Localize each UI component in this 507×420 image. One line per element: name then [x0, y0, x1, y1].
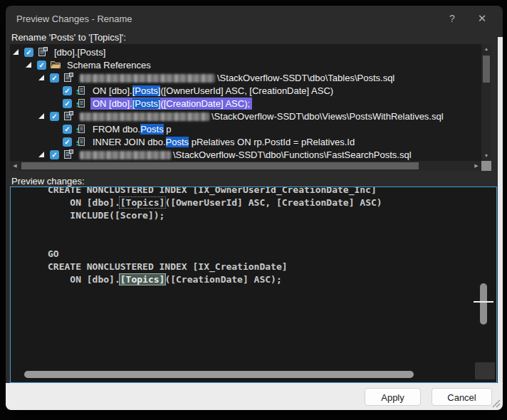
label-text: FROM dbo. — [93, 124, 140, 135]
code-line: ON [dbo].[Topics]([OwnerUserId] ASC, [Cr… — [48, 196, 382, 209]
tree-horizontal-scrollbar[interactable]: ◀ ▶ — [10, 161, 481, 171]
tree-row-label: [dbo].[Posts] — [52, 46, 108, 58]
label-text: Schema References — [67, 60, 151, 70]
reference-icon — [75, 85, 88, 96]
label-text: ON [dbo]. — [93, 98, 132, 109]
tree-row[interactable]: ✓\StackOverflow-SSDT\dbo\Views\PostsWith… — [10, 110, 481, 122]
sql-file-icon — [63, 149, 75, 160]
tree-row[interactable]: ✓INNER JOIN dbo.Posts pRelatives ON rp.P… — [10, 135, 481, 148]
label-text: pRelatives ON rp.PostId = pRelatives.Id — [189, 137, 355, 147]
tree-row[interactable]: ✓[dbo].[Posts] — [10, 46, 481, 58]
cancel-button[interactable]: Cancel — [432, 388, 492, 406]
code-line: INCLUDE([Score]); — [48, 209, 382, 222]
code-hscroll-thumb[interactable] — [24, 371, 414, 378]
renamed-token: Posts — [166, 137, 189, 147]
scroll-left-icon[interactable]: ◀ — [10, 161, 20, 171]
tree-row-label: ON [dbo].[Posts]([CreationDate] ASC); — [90, 98, 252, 110]
code-text: ON [dbo]. — [48, 197, 120, 208]
preview-changes-dialog: Preview Changes - Rename ? ✕ Rename 'Pos… — [6, 6, 503, 410]
code-text: INCLUDE([Score]); — [48, 210, 164, 221]
code-text: CREATE NONCLUSTERED INDEX [IX_CreationDa… — [48, 261, 288, 272]
code-vscroll-thumb[interactable] — [480, 283, 487, 325]
code-scrollbar-corner — [475, 362, 495, 379]
reference-icon — [75, 123, 88, 135]
code-text: GO — [48, 248, 59, 259]
table-icon — [37, 46, 49, 58]
rename-label: Rename 'Posts' to '[Topics]': — [11, 32, 126, 43]
checkbox-icon[interactable]: ✓ — [63, 99, 72, 108]
label-text: \StackOverflow-SSDT\dbo\Views\PostsWithR… — [211, 111, 444, 122]
label-text: ([OwnerUserId] ASC, [CreationDate] ASC) — [160, 85, 333, 96]
tree-row[interactable]: ✓\StackOverflow-SSDT\dbo\Tables\Posts.sq… — [10, 71, 481, 84]
dialog-title: Preview Changes - Rename — [16, 14, 132, 24]
checkbox-icon[interactable]: ✓ — [24, 48, 33, 57]
tree-row-label: ON [dbo].[Posts]([OwnerUserId] ASC, [Cre… — [90, 85, 335, 97]
sql-code: CREATE NONCLUSTERED INDEX [IX_OwnerUserI… — [48, 187, 382, 286]
renamed-token: [Posts] — [132, 98, 161, 109]
help-icon[interactable]: ? — [444, 11, 460, 26]
dialog-edge-strip — [498, 37, 503, 383]
checkbox-icon[interactable]: ✓ — [63, 125, 72, 134]
reference-icon — [75, 136, 88, 147]
close-icon[interactable]: ✕ — [474, 11, 490, 26]
tree-vertical-scrollbar[interactable]: ▲ ▼ — [481, 44, 491, 161]
tree-vscroll-thumb[interactable] — [483, 56, 490, 83]
checkbox-icon[interactable]: ✓ — [50, 73, 59, 83]
tree-row[interactable]: ✓\StackOverflow-SSDT\dbo\Functions\FastS… — [10, 148, 481, 161]
code-text: ON [dbo]. — [48, 274, 120, 285]
tree-row[interactable]: ✓ON [dbo].[Posts]([CreationDate] ASC); — [10, 97, 481, 110]
scrollbar-change-marker — [474, 301, 493, 303]
code-line: CREATE NONCLUSTERED INDEX [IX_CreationDa… — [48, 261, 382, 273]
redacted-path — [80, 112, 209, 121]
checkbox-icon[interactable]: ✓ — [63, 137, 72, 147]
tree-row-label: INNER JOIN dbo.Posts pRelatives ON rp.Po… — [90, 136, 357, 148]
label-text: ON [dbo]. — [93, 85, 132, 96]
expander-icon[interactable] — [13, 49, 19, 55]
apply-button[interactable]: Apply — [365, 388, 421, 406]
renamed-token: Posts — [140, 124, 164, 135]
label-text: \StackOverflow-SSDT\dbo\Tables\Posts.sql — [217, 73, 394, 83]
redacted-path — [80, 151, 171, 159]
scroll-right-icon[interactable]: ▶ — [471, 161, 481, 171]
redacted-path — [80, 74, 215, 83]
expander-icon[interactable] — [26, 62, 31, 68]
reference-icon — [75, 98, 88, 109]
tree-row[interactable]: ✓ON [dbo].[Posts]([OwnerUserId] ASC, [Cr… — [10, 84, 481, 97]
reference-tree: ✓[dbo].[Posts]✓Schema References✓\StackO… — [10, 46, 481, 161]
tree-row-label: \StackOverflow-SSDT\dbo\Functions\FastSe… — [78, 149, 414, 161]
code-line: ON [dbo].[Topics]([CreationDate] ASC); — [48, 273, 382, 286]
preview-changes-label: Preview changes: — [11, 176, 85, 187]
checkbox-icon[interactable]: ✓ — [50, 150, 59, 159]
label-text: ([CreationDate] ASC); — [160, 98, 250, 109]
label-text: [dbo].[Posts] — [54, 47, 105, 58]
folder-icon — [50, 59, 62, 70]
titlebar[interactable]: Preview Changes - Rename ? ✕ — [6, 6, 503, 30]
preview-code-panel[interactable]: CREATE NONCLUSTERED INDEX [IX_OwnerUserI… — [10, 187, 497, 383]
renamed-token: [Posts] — [132, 85, 161, 96]
label-text: INNER JOIN dbo. — [93, 137, 166, 147]
code-line — [48, 235, 382, 248]
tree-row-label: \StackOverflow-SSDT\dbo\Tables\Posts.sql — [78, 72, 397, 84]
tree-row[interactable]: ✓Schema References — [10, 58, 481, 71]
label-text: \StackOverflow-SSDT\dbo\Functions\FastSe… — [173, 149, 412, 160]
reference-tree-panel: ✓[dbo].[Posts]✓Schema References✓\StackO… — [10, 44, 491, 171]
sql-file-icon — [63, 110, 75, 122]
rename-target-token: [Topics] — [119, 273, 167, 285]
expander-icon[interactable] — [38, 152, 44, 157]
tree-row-label: Schema References — [65, 59, 153, 71]
scrollbar-corner — [481, 161, 491, 171]
tree-row[interactable]: ✓FROM dbo.Posts p — [10, 122, 481, 135]
code-line: GO — [48, 248, 382, 261]
checkbox-icon[interactable]: ✓ — [37, 61, 46, 70]
resize-grip-icon[interactable] — [491, 398, 501, 408]
tree-hscroll-thumb[interactable] — [21, 162, 419, 169]
scroll-down-icon[interactable]: ▼ — [481, 151, 491, 161]
expander-icon[interactable] — [38, 75, 44, 80]
scroll-up-icon[interactable]: ▲ — [481, 44, 491, 54]
checkbox-icon[interactable]: ✓ — [50, 112, 59, 121]
expander-icon[interactable] — [38, 113, 44, 119]
code-text: CREATE NONCLUSTERED INDEX [IX_OwnerUserI… — [48, 187, 377, 195]
code-text: ([CreationDate] ASC); — [164, 274, 281, 285]
checkbox-icon[interactable]: ✓ — [63, 86, 72, 95]
sql-file-icon — [63, 72, 75, 83]
